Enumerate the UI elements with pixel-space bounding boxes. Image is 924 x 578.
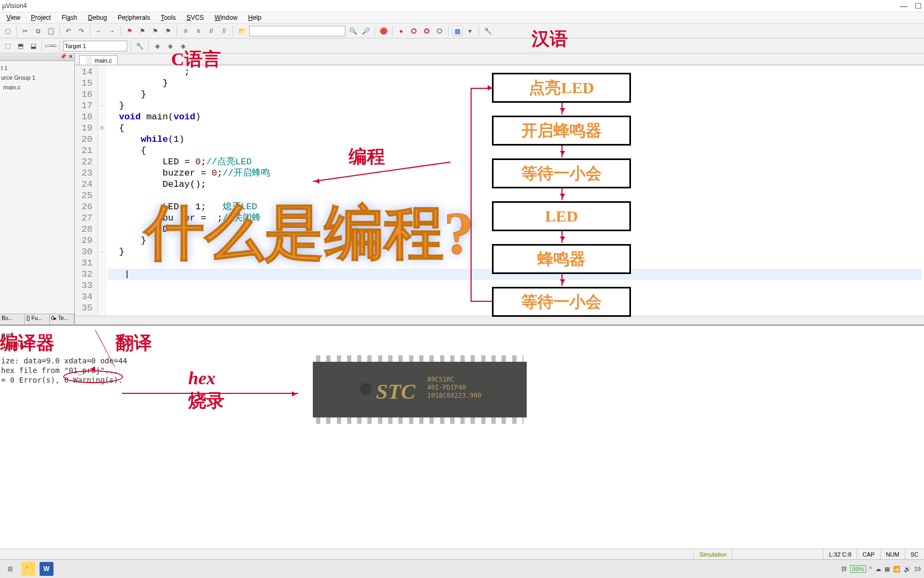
- find-file-icon[interactable]: 📁: [236, 26, 247, 36]
- pin-icon[interactable]: 📌: [60, 54, 66, 60]
- clock[interactable]: 19: [914, 566, 921, 572]
- battery-icon[interactable]: 99%: [850, 565, 866, 573]
- find-next-icon[interactable]: 🔎: [360, 26, 371, 36]
- redo-icon[interactable]: ↷: [76, 26, 87, 36]
- comment-icon[interactable]: //: [206, 26, 217, 36]
- status-num: NUM: [880, 549, 905, 559]
- copy-icon[interactable]: ⧉: [33, 26, 43, 36]
- find-icon[interactable]: 🔍: [348, 26, 358, 36]
- breakpoint-icon[interactable]: ●: [396, 26, 406, 36]
- tree-file[interactable]: main.c: [1, 82, 73, 92]
- uncomment-icon[interactable]: //: [219, 26, 229, 36]
- breakpoint2-icon[interactable]: [409, 26, 419, 36]
- paste-icon[interactable]: 📋: [45, 26, 56, 36]
- tray-chevron-icon[interactable]: ^: [869, 566, 872, 572]
- output-line: ng mar: [1, 340, 923, 349]
- options-icon[interactable]: 🔧: [134, 41, 145, 51]
- dropdown-icon[interactable]: ▾: [465, 26, 475, 36]
- tab-templates[interactable]: 0▸ Te...: [50, 314, 74, 324]
- window-icon[interactable]: ▦: [452, 26, 463, 36]
- file-tab-main[interactable]: 📄 main.c: [79, 55, 118, 65]
- app-title: µVision4: [2, 2, 27, 10]
- menu-peripherals[interactable]: Peripherals: [114, 14, 153, 21]
- file-icon: 📄: [85, 57, 93, 64]
- status-spacer: [732, 549, 823, 559]
- tree-target[interactable]: t 1: [1, 63, 73, 73]
- fold-column[interactable]: -⊟-: [98, 65, 106, 316]
- minimize-icon[interactable]: —: [900, 2, 907, 10]
- menu-svcs[interactable]: SVCS: [183, 14, 207, 21]
- menu-bar: View Project Flash Debug Peripherals Too…: [0, 12, 924, 24]
- system-tray: 拼 99% ^ ☁ ▦ 📶 🔊 19: [841, 565, 921, 573]
- back-icon[interactable]: ←: [94, 26, 104, 36]
- tab-functions[interactable]: {} Fu...: [25, 314, 49, 324]
- ime-icon[interactable]: 拼: [841, 565, 847, 573]
- volume-icon[interactable]: 🔊: [904, 566, 911, 573]
- mcu-chip: STC 89C51RC 40I-PDIP40 1018C0X223.900: [313, 362, 527, 417]
- bookmark-next-icon[interactable]: ⚑: [150, 26, 160, 36]
- manage3-icon[interactable]: ◈: [178, 41, 188, 51]
- onedrive-icon[interactable]: ☁: [875, 566, 881, 573]
- search-combo[interactable]: [249, 26, 345, 36]
- build-icon[interactable]: ⬚: [2, 41, 13, 51]
- bookmark-prev-icon[interactable]: ⚑: [137, 26, 148, 36]
- output-line: get: [1, 330, 923, 340]
- project-tabs: Bo... {} Fu... 0▸ Te...: [0, 314, 74, 324]
- status-bar: Simulation L:32 C:8 CAP NUM SC: [0, 549, 924, 559]
- cut-icon[interactable]: ✂: [20, 26, 30, 36]
- menu-window[interactable]: Window: [211, 14, 241, 21]
- toolbar-main: ▢ ✂ ⧉ 📋 ↶ ↷ ← → ⚑ ⚑ ⚑ ⚑ ≡ ≡ // // 📁 🔍 🔎 …: [0, 24, 924, 39]
- menu-tools[interactable]: Tools: [158, 14, 179, 21]
- menu-view[interactable]: View: [3, 14, 24, 21]
- project-tree[interactable]: t 1 urce Group 1 main.c: [0, 61, 74, 314]
- target-combo[interactable]: [63, 41, 127, 51]
- manage1-icon[interactable]: ◈: [152, 41, 163, 51]
- config-icon[interactable]: 🔧: [482, 26, 493, 36]
- word-icon[interactable]: W: [40, 562, 53, 576]
- menu-debug[interactable]: Debug: [85, 14, 110, 21]
- code-content[interactable]: ; } } } void main(void) { while(1) { LED…: [106, 65, 924, 316]
- file-tabs: 📄 main.c: [75, 54, 924, 65]
- tree-group[interactable]: urce Group 1: [1, 73, 73, 82]
- main-area: 📌 ✕ t 1 urce Group 1 main.c Bo... {} Fu.…: [0, 54, 924, 324]
- bookmark-clear-icon[interactable]: ⚑: [163, 26, 173, 36]
- outdent-icon[interactable]: ≡: [193, 26, 204, 36]
- debug-icon[interactable]: 🔴: [378, 26, 389, 36]
- chip-notch: [360, 383, 372, 395]
- project-pane: 📌 ✕ t 1 urce Group 1 main.c Bo... {} Fu.…: [0, 54, 75, 324]
- menu-flash[interactable]: Flash: [58, 14, 80, 21]
- taskview-icon[interactable]: ⊞: [3, 562, 17, 576]
- horizontal-scrollbar[interactable]: [75, 316, 924, 324]
- wifi-icon[interactable]: 📶: [893, 566, 900, 573]
- load-icon[interactable]: LOAD: [45, 41, 56, 51]
- breakpoint3-icon[interactable]: [421, 26, 432, 36]
- indent-icon[interactable]: ≡: [180, 26, 191, 36]
- chip-text: 89C51RC 40I-PDIP40 1018C0X223.900: [427, 376, 481, 400]
- maximize-icon[interactable]: ☐: [915, 2, 922, 10]
- tab-books[interactable]: Bo...: [0, 314, 25, 324]
- editor-wrap: 📄 main.c 1415161718192021222324252627282…: [75, 54, 924, 324]
- project-pane-header: 📌 ✕: [0, 54, 74, 61]
- breakpoint4-icon[interactable]: [434, 26, 445, 36]
- tray-app-icon[interactable]: ▦: [884, 566, 890, 573]
- toolbar-build: ⬚ ⬒ ⬓ LOAD 🔧 ◈ ◈ ◈: [0, 39, 924, 54]
- title-bar: µVision4 — ☐: [0, 0, 924, 12]
- build3-icon[interactable]: ⬓: [28, 41, 38, 51]
- close-pane-icon[interactable]: ✕: [68, 54, 73, 60]
- undo-icon[interactable]: ↶: [63, 26, 74, 36]
- manage2-icon[interactable]: ◈: [165, 41, 175, 51]
- menu-project[interactable]: Project: [28, 14, 54, 21]
- taskbar: ⊞ 📁 W 拼 99% ^ ☁ ▦ 📶 🔊 19: [0, 559, 924, 578]
- status-simulation: Simulation: [694, 549, 732, 559]
- explorer-icon[interactable]: 📁: [21, 562, 35, 576]
- build2-icon[interactable]: ⬒: [15, 41, 26, 51]
- menu-help[interactable]: Help: [245, 14, 265, 21]
- forward-icon[interactable]: →: [106, 26, 117, 36]
- new-icon[interactable]: ▢: [2, 26, 13, 36]
- status-line-col: L:32 C:8: [823, 549, 857, 559]
- status-cap: CAP: [857, 549, 880, 559]
- bookmark-icon[interactable]: ⚑: [124, 26, 135, 36]
- status-scroll: SC: [905, 549, 924, 559]
- code-editor[interactable]: 1415161718192021222324252627282930313233…: [75, 65, 924, 316]
- line-gutter: 1415161718192021222324252627282930313233…: [75, 65, 98, 316]
